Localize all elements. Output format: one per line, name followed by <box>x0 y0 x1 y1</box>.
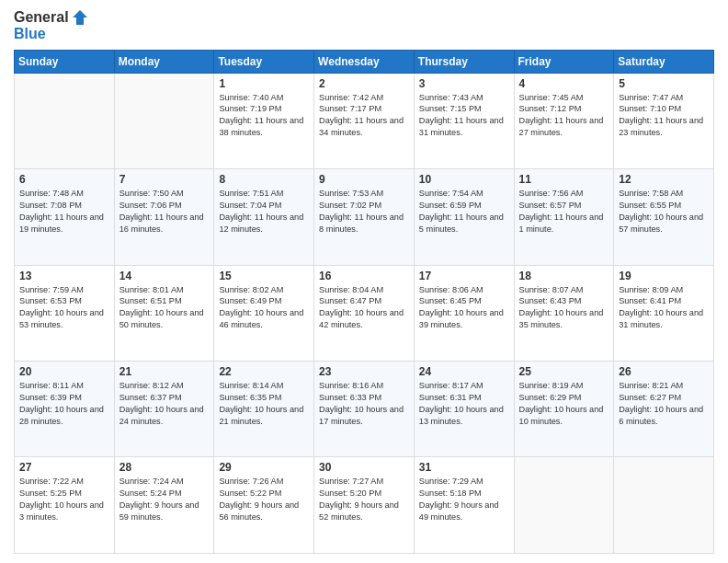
calendar-cell: 7Sunrise: 7:50 AM Sunset: 7:06 PM Daylig… <box>114 169 214 265</box>
cell-info: Sunrise: 7:43 AM Sunset: 7:15 PM Dayligh… <box>419 92 509 140</box>
cell-info: Sunrise: 7:58 AM Sunset: 6:55 PM Dayligh… <box>619 188 709 236</box>
calendar-cell: 15Sunrise: 8:02 AM Sunset: 6:49 PM Dayli… <box>214 265 314 361</box>
calendar-cell: 17Sunrise: 8:06 AM Sunset: 6:45 PM Dayli… <box>414 265 514 361</box>
day-number: 24 <box>419 365 509 378</box>
calendar-cell: 21Sunrise: 8:12 AM Sunset: 6:37 PM Dayli… <box>114 362 214 457</box>
logo: General Blue <box>14 9 87 42</box>
day-number: 30 <box>319 461 409 474</box>
svg-marker-0 <box>73 10 87 25</box>
calendar-cell <box>614 457 714 554</box>
day-number: 21 <box>119 365 210 378</box>
calendar-cell: 4Sunrise: 7:45 AM Sunset: 7:12 PM Daylig… <box>514 73 614 168</box>
calendar-week-row: 20Sunrise: 8:11 AM Sunset: 6:39 PM Dayli… <box>15 362 714 457</box>
day-number: 28 <box>119 461 210 474</box>
calendar-cell: 1Sunrise: 7:40 AM Sunset: 7:19 PM Daylig… <box>214 73 314 168</box>
calendar-week-row: 27Sunrise: 7:22 AM Sunset: 5:25 PM Dayli… <box>15 457 714 554</box>
calendar-cell: 30Sunrise: 7:27 AM Sunset: 5:20 PM Dayli… <box>314 457 415 554</box>
calendar-cell <box>114 73 214 168</box>
day-number: 6 <box>19 173 109 186</box>
cell-info: Sunrise: 8:16 AM Sunset: 6:33 PM Dayligh… <box>319 380 409 428</box>
calendar-cell: 5Sunrise: 7:47 AM Sunset: 7:10 PM Daylig… <box>614 73 714 168</box>
cell-info: Sunrise: 7:47 AM Sunset: 7:10 PM Dayligh… <box>619 92 709 140</box>
cell-info: Sunrise: 7:45 AM Sunset: 7:12 PM Dayligh… <box>519 92 609 140</box>
calendar-cell: 3Sunrise: 7:43 AM Sunset: 7:15 PM Daylig… <box>414 73 514 168</box>
calendar-cell <box>15 73 115 168</box>
calendar-cell <box>514 457 614 554</box>
header: General Blue <box>14 9 714 42</box>
cell-info: Sunrise: 7:26 AM Sunset: 5:22 PM Dayligh… <box>219 476 309 523</box>
cell-info: Sunrise: 7:51 AM Sunset: 7:04 PM Dayligh… <box>219 188 309 236</box>
calendar-table: SundayMondayTuesdayWednesdayThursdayFrid… <box>14 50 714 554</box>
cell-info: Sunrise: 7:59 AM Sunset: 6:53 PM Dayligh… <box>19 284 109 332</box>
calendar-week-row: 6Sunrise: 7:48 AM Sunset: 7:08 PM Daylig… <box>15 169 714 265</box>
logo-blue: Blue <box>14 26 87 42</box>
cell-info: Sunrise: 7:42 AM Sunset: 7:17 PM Dayligh… <box>319 92 409 140</box>
calendar-cell: 31Sunrise: 7:29 AM Sunset: 5:18 PM Dayli… <box>414 457 514 554</box>
day-number: 2 <box>319 77 409 90</box>
calendar-cell: 11Sunrise: 7:56 AM Sunset: 6:57 PM Dayli… <box>514 169 614 265</box>
cell-info: Sunrise: 8:19 AM Sunset: 6:29 PM Dayligh… <box>519 380 609 428</box>
day-number: 13 <box>19 270 109 282</box>
calendar-cell: 25Sunrise: 8:19 AM Sunset: 6:29 PM Dayli… <box>514 362 614 457</box>
day-number: 20 <box>19 365 109 378</box>
day-number: 12 <box>619 173 709 186</box>
calendar-cell: 10Sunrise: 7:54 AM Sunset: 6:59 PM Dayli… <box>414 169 514 265</box>
day-number: 19 <box>619 270 709 282</box>
calendar-cell: 14Sunrise: 8:01 AM Sunset: 6:51 PM Dayli… <box>114 265 214 361</box>
day-number: 5 <box>619 77 709 90</box>
day-number: 10 <box>419 173 509 186</box>
calendar-cell: 8Sunrise: 7:51 AM Sunset: 7:04 PM Daylig… <box>214 169 314 265</box>
day-number: 31 <box>419 461 509 474</box>
day-number: 29 <box>219 461 309 474</box>
logo-general: General <box>14 9 69 26</box>
calendar-cell: 26Sunrise: 8:21 AM Sunset: 6:27 PM Dayli… <box>614 362 714 457</box>
calendar-cell: 23Sunrise: 8:16 AM Sunset: 6:33 PM Dayli… <box>314 362 415 457</box>
calendar-cell: 29Sunrise: 7:26 AM Sunset: 5:22 PM Dayli… <box>214 457 314 554</box>
calendar-cell: 13Sunrise: 7:59 AM Sunset: 6:53 PM Dayli… <box>15 265 115 361</box>
day-number: 1 <box>219 77 309 90</box>
calendar-cell: 9Sunrise: 7:53 AM Sunset: 7:02 PM Daylig… <box>314 169 415 265</box>
day-number: 4 <box>519 77 609 90</box>
cell-info: Sunrise: 7:56 AM Sunset: 6:57 PM Dayligh… <box>519 188 609 236</box>
cell-info: Sunrise: 7:29 AM Sunset: 5:18 PM Dayligh… <box>419 476 509 523</box>
calendar-cell: 22Sunrise: 8:14 AM Sunset: 6:35 PM Dayli… <box>214 362 314 457</box>
day-number: 8 <box>219 173 309 186</box>
cell-info: Sunrise: 7:50 AM Sunset: 7:06 PM Dayligh… <box>119 188 210 236</box>
calendar-week-row: 13Sunrise: 7:59 AM Sunset: 6:53 PM Dayli… <box>15 265 714 361</box>
calendar-header-row: SundayMondayTuesdayWednesdayThursdayFrid… <box>15 50 714 73</box>
day-number: 16 <box>319 270 409 282</box>
logo-arrow-icon <box>71 9 87 26</box>
cell-info: Sunrise: 8:06 AM Sunset: 6:45 PM Dayligh… <box>419 284 509 332</box>
day-header-thursday: Thursday <box>414 50 514 73</box>
cell-info: Sunrise: 7:27 AM Sunset: 5:20 PM Dayligh… <box>319 476 409 523</box>
cell-info: Sunrise: 8:14 AM Sunset: 6:35 PM Dayligh… <box>219 380 309 428</box>
day-header-saturday: Saturday <box>614 50 714 73</box>
cell-info: Sunrise: 8:11 AM Sunset: 6:39 PM Dayligh… <box>19 380 109 428</box>
day-header-tuesday: Tuesday <box>214 50 314 73</box>
day-number: 27 <box>19 461 109 474</box>
day-number: 3 <box>419 77 509 90</box>
page: General Blue SundayMondayTuesdayWednesda… <box>0 0 728 563</box>
day-header-sunday: Sunday <box>15 50 115 73</box>
cell-info: Sunrise: 8:12 AM Sunset: 6:37 PM Dayligh… <box>119 380 210 428</box>
day-number: 14 <box>119 270 210 282</box>
calendar-cell: 19Sunrise: 8:09 AM Sunset: 6:41 PM Dayli… <box>614 265 714 361</box>
calendar-cell: 18Sunrise: 8:07 AM Sunset: 6:43 PM Dayli… <box>514 265 614 361</box>
day-number: 18 <box>519 270 609 282</box>
calendar-week-row: 1Sunrise: 7:40 AM Sunset: 7:19 PM Daylig… <box>15 73 714 168</box>
cell-info: Sunrise: 8:04 AM Sunset: 6:47 PM Dayligh… <box>319 284 409 332</box>
day-number: 7 <box>119 173 210 186</box>
calendar-cell: 2Sunrise: 7:42 AM Sunset: 7:17 PM Daylig… <box>314 73 415 168</box>
day-number: 22 <box>219 365 309 378</box>
day-number: 17 <box>419 270 509 282</box>
cell-info: Sunrise: 7:53 AM Sunset: 7:02 PM Dayligh… <box>319 188 409 236</box>
cell-info: Sunrise: 8:09 AM Sunset: 6:41 PM Dayligh… <box>619 284 709 332</box>
cell-info: Sunrise: 8:07 AM Sunset: 6:43 PM Dayligh… <box>519 284 609 332</box>
cell-info: Sunrise: 7:24 AM Sunset: 5:24 PM Dayligh… <box>119 476 210 523</box>
cell-info: Sunrise: 8:17 AM Sunset: 6:31 PM Dayligh… <box>419 380 509 428</box>
day-number: 9 <box>319 173 409 186</box>
day-number: 25 <box>519 365 609 378</box>
calendar-cell: 27Sunrise: 7:22 AM Sunset: 5:25 PM Dayli… <box>15 457 115 554</box>
calendar-cell: 16Sunrise: 8:04 AM Sunset: 6:47 PM Dayli… <box>314 265 415 361</box>
day-header-monday: Monday <box>114 50 214 73</box>
